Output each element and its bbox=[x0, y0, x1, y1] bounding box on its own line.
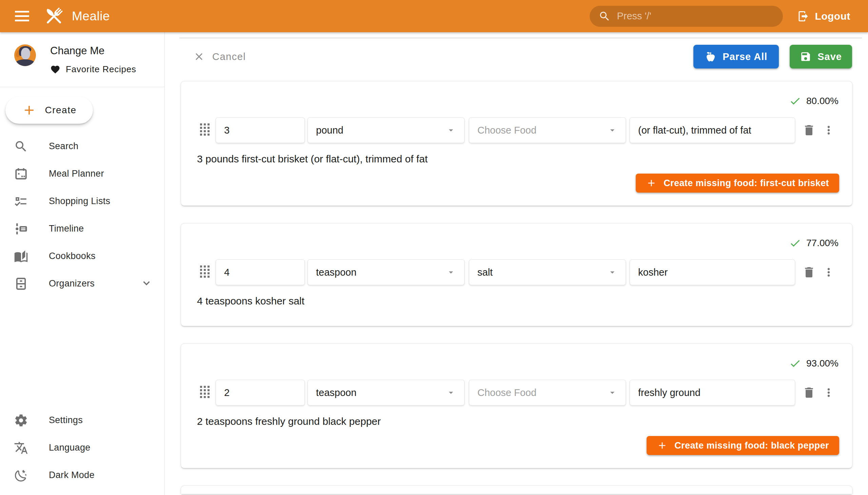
mealie-logo-icon bbox=[42, 4, 66, 28]
app-bar: Mealie Press '/' Logout bbox=[0, 0, 868, 32]
avatar[interactable] bbox=[14, 45, 36, 66]
dropdown-arrow-icon bbox=[446, 125, 456, 135]
logout-icon bbox=[797, 10, 809, 22]
sidebar-item-search[interactable]: Search bbox=[0, 133, 165, 160]
parse-all-button[interactable]: Parse All bbox=[693, 45, 779, 68]
original-ingredient-text: 3 pounds first-cut brisket (or flat-cut)… bbox=[181, 143, 852, 165]
gear-icon bbox=[14, 413, 29, 428]
dropdown-arrow-icon bbox=[446, 267, 456, 277]
favorite-recipes-link[interactable]: Favorite Recipes bbox=[50, 64, 136, 74]
sidebar-item-language[interactable]: Language bbox=[0, 434, 165, 461]
note-input[interactable] bbox=[630, 117, 795, 143]
nav-item-label: Meal Planner bbox=[49, 169, 104, 179]
trash-icon bbox=[802, 386, 816, 399]
menu-icon[interactable] bbox=[12, 5, 33, 27]
dropdown-arrow-icon bbox=[607, 388, 617, 398]
quantity-input[interactable] bbox=[216, 259, 305, 285]
trash-icon bbox=[802, 123, 816, 137]
food-select[interactable]: Choose Food bbox=[469, 380, 626, 406]
unit-value: teaspoon bbox=[316, 267, 356, 278]
sidebar-nav: Search Meal Planner Shopping Lists Timel… bbox=[0, 133, 165, 297]
more-menu-button[interactable] bbox=[819, 383, 838, 403]
parse-all-label: Parse All bbox=[722, 51, 767, 62]
missing-food-row: Create missing food: first-cut brisket bbox=[181, 165, 852, 205]
confidence-value: 80.00% bbox=[806, 96, 838, 106]
sidebar-item-shopping-lists[interactable]: Shopping Lists bbox=[0, 187, 165, 215]
cabinet-icon bbox=[14, 276, 29, 291]
create-missing-food-button[interactable]: Create missing food: black pepper bbox=[647, 436, 839, 455]
search-placeholder: Press '/' bbox=[617, 11, 651, 22]
ingredient-fields-row: teaspoon Choose Food bbox=[181, 370, 852, 406]
ingredient-card: 77.00% teaspoon salt bbox=[181, 223, 852, 326]
plus-icon bbox=[657, 440, 668, 451]
ingredient-card: 80.00% pound Choose Food bbox=[181, 81, 852, 206]
confidence-row: 93.00% bbox=[181, 344, 852, 370]
ingredient-card-partial bbox=[181, 485, 852, 494]
drag-handle-icon[interactable] bbox=[200, 266, 209, 279]
sidebar-item-meal-planner[interactable]: Meal Planner bbox=[0, 160, 165, 187]
sidebar-item-cookbooks[interactable]: Cookbooks bbox=[0, 242, 165, 270]
ingredient-fields-row: teaspoon salt bbox=[181, 249, 852, 285]
timeline-icon bbox=[14, 221, 29, 236]
nav-item-label: Search bbox=[49, 141, 78, 152]
original-ingredient-text: 4 teaspoons kosher salt bbox=[181, 285, 852, 307]
note-input[interactable] bbox=[630, 380, 795, 406]
more-menu-button[interactable] bbox=[819, 262, 838, 282]
sidebar-item-organizers[interactable]: Organizers bbox=[0, 270, 165, 297]
nav-item-label: Settings bbox=[49, 415, 83, 426]
cancel-label: Cancel bbox=[212, 51, 246, 62]
quantity-input[interactable] bbox=[216, 380, 305, 406]
nav-item-label: Timeline bbox=[49, 223, 84, 234]
food-select[interactable]: Choose Food bbox=[469, 117, 626, 143]
logout-label: Logout bbox=[815, 11, 850, 22]
dropdown-arrow-icon bbox=[607, 267, 617, 277]
drag-handle-icon[interactable] bbox=[200, 123, 209, 137]
create-missing-food-button[interactable]: Create missing food: first-cut brisket bbox=[636, 174, 839, 192]
unit-select[interactable]: teaspoon bbox=[308, 380, 464, 406]
more-menu-button[interactable] bbox=[819, 120, 838, 140]
confidence-value: 77.00% bbox=[806, 238, 838, 249]
search-input[interactable]: Press '/' bbox=[590, 6, 783, 27]
book-icon bbox=[14, 249, 29, 264]
food-select[interactable]: salt bbox=[469, 259, 626, 285]
food-value: salt bbox=[477, 267, 493, 278]
sidebar-item-timeline[interactable]: Timeline bbox=[0, 215, 165, 242]
chevron-down-icon bbox=[141, 277, 152, 290]
food-value: Choose Food bbox=[477, 387, 537, 398]
ingredient-card: 93.00% teaspoon Choose Food bbox=[181, 343, 852, 468]
top-divider bbox=[180, 38, 862, 38]
check-icon bbox=[789, 237, 801, 249]
nav-item-label: Cookbooks bbox=[49, 251, 96, 261]
checklist-icon bbox=[14, 194, 29, 209]
note-input[interactable] bbox=[630, 259, 795, 285]
drag-handle-icon[interactable] bbox=[200, 386, 209, 399]
unit-select[interactable]: teaspoon bbox=[308, 259, 464, 285]
confidence-value: 93.00% bbox=[806, 358, 838, 369]
check-icon bbox=[789, 95, 801, 107]
nav-item-label: Organizers bbox=[49, 278, 95, 289]
plus-icon bbox=[22, 103, 37, 118]
create-label: Create bbox=[45, 105, 76, 116]
dropdown-arrow-icon bbox=[607, 125, 617, 135]
create-button[interactable]: Create bbox=[5, 97, 93, 124]
save-button[interactable]: Save bbox=[790, 45, 852, 68]
delete-button[interactable] bbox=[799, 120, 819, 140]
unit-select[interactable]: pound bbox=[308, 117, 464, 143]
translate-icon bbox=[14, 440, 29, 455]
cancel-button[interactable]: Cancel bbox=[190, 49, 249, 64]
create-missing-food-label: Create missing food: first-cut brisket bbox=[664, 178, 829, 188]
quantity-input[interactable] bbox=[216, 117, 305, 143]
sidebar-item-dark-mode[interactable]: Dark Mode bbox=[0, 461, 165, 489]
delete-button[interactable] bbox=[799, 383, 819, 403]
confidence-row: 77.00% bbox=[181, 223, 852, 249]
sidebar-item-settings[interactable]: Settings bbox=[0, 407, 165, 434]
nav-item-label: Dark Mode bbox=[49, 470, 95, 480]
delete-button[interactable] bbox=[799, 262, 819, 282]
original-ingredient-text: 2 teaspoons freshly ground black pepper bbox=[181, 406, 852, 427]
check-icon bbox=[789, 357, 801, 370]
confidence-row: 80.00% bbox=[181, 81, 852, 107]
dropdown-arrow-icon bbox=[446, 388, 456, 398]
logout-button[interactable]: Logout bbox=[794, 4, 854, 28]
save-icon bbox=[800, 51, 811, 62]
sidebar-bottom-nav: Settings Language Dark Mode bbox=[0, 407, 165, 489]
